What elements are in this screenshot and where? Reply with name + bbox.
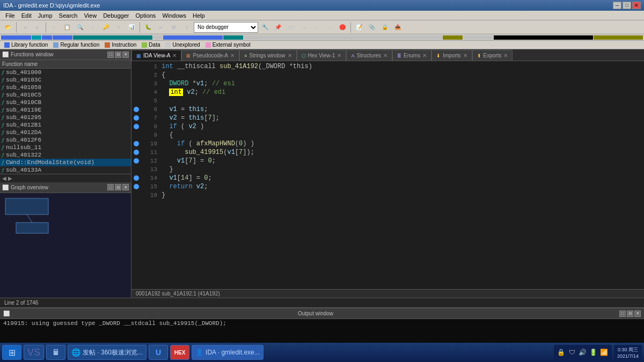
- tab-strings[interactable]: ≡ Strings window ✕: [239, 50, 297, 61]
- func-item-sub4012F6[interactable]: 𝑓 sub_4012F6: [0, 136, 131, 144]
- tb-btn-23[interactable]: 🔒: [379, 21, 391, 33]
- tab-enums[interactable]: ≣ Enums ✕: [392, 50, 431, 61]
- taskbar-vs[interactable]: VS: [24, 345, 44, 360]
- output-float-button[interactable]: □: [619, 311, 626, 317]
- tb-btn-20[interactable]: 🛑: [336, 21, 348, 33]
- code-view[interactable]: 1 int __thiscall sub_41A192(_DWORD *this…: [131, 61, 644, 289]
- func-item-sub401295[interactable]: 𝑓 sub_401295: [0, 114, 131, 121]
- func-label: sub_4010C5: [6, 92, 41, 98]
- func-item-sub401322[interactable]: 𝑓 sub_401322: [0, 151, 131, 159]
- tb-btn-10[interactable]: 🐛: [142, 21, 154, 33]
- func-item-sub4012B1[interactable]: 𝑓 sub_4012B1: [0, 121, 131, 129]
- line-dot-15: [134, 184, 139, 189]
- func-item-CWnd-EndModalState[interactable]: 𝑓 CWnd::EndModalState(void): [0, 159, 131, 166]
- tb-btn-19[interactable]: ⇨: [324, 21, 335, 33]
- tb-back-button[interactable]: ◀: [19, 21, 31, 33]
- tb-btn-22[interactable]: 📎: [366, 21, 378, 33]
- minimize-button[interactable]: ─: [613, 2, 621, 9]
- tb-btn-17[interactable]: ⟶: [298, 21, 310, 33]
- menu-view[interactable]: View: [80, 12, 100, 19]
- tb-separator-4: [350, 22, 351, 33]
- output-close-button[interactable]: ✕: [634, 311, 641, 317]
- tab-exports[interactable]: ⬆ Exports ✕: [472, 50, 513, 61]
- tb-btn-8[interactable]: ⚙: [113, 21, 125, 33]
- menu-debugger[interactable]: Debugger: [100, 12, 132, 19]
- tb-btn-15[interactable]: 📌: [272, 21, 284, 33]
- tb-btn-11[interactable]: ▶: [155, 21, 167, 33]
- func-item-sub4010CB[interactable]: 𝑓 sub_4010CB: [0, 99, 131, 106]
- functions-panel-header: ⬜ Functions window □ ⊟ ✕: [0, 49, 131, 60]
- tb-btn-6[interactable]: ✏: [87, 21, 99, 33]
- tab-strings-close[interactable]: ✕: [288, 53, 292, 58]
- legend-unexplored: Unexplored: [165, 42, 200, 48]
- tab-exports-close[interactable]: ✕: [503, 53, 508, 58]
- tb-btn-21[interactable]: 📝: [353, 21, 365, 33]
- func-item-sub401058[interactable]: 𝑓 sub_401058: [0, 84, 131, 91]
- tab-enums-close[interactable]: ✕: [422, 53, 427, 58]
- tb-btn-9[interactable]: 📊: [126, 21, 137, 33]
- tb-open-button[interactable]: 📂: [2, 21, 14, 33]
- status-strip: Line 2 of 1746: [0, 298, 644, 307]
- functions-close-button[interactable]: ✕: [122, 51, 129, 58]
- menu-edit[interactable]: Edit: [18, 12, 35, 19]
- function-list[interactable]: 𝑓 sub_401000 𝑓 sub_40103C 𝑓 sub_401058 𝑓…: [0, 69, 131, 174]
- functions-float-button[interactable]: □: [107, 51, 114, 58]
- graph-dock-button[interactable]: ⊟: [115, 184, 121, 190]
- tab-pseudocode-close[interactable]: ✕: [230, 53, 235, 58]
- tb-btn-7[interactable]: 🔑: [100, 21, 112, 33]
- graph-canvas: [0, 193, 131, 298]
- tb-forward-button[interactable]: ▶: [32, 21, 43, 33]
- menu-options[interactable]: Options: [132, 12, 159, 19]
- tab-structures[interactable]: A Structures ✕: [346, 50, 392, 61]
- graph-float-button[interactable]: □: [107, 184, 114, 190]
- output-dock-button[interactable]: ⊟: [627, 311, 633, 317]
- menu-help[interactable]: Help: [189, 12, 208, 19]
- tab-imports-close[interactable]: ✕: [463, 53, 467, 58]
- seg-unexplored2: [244, 35, 442, 40]
- tab-hex-view-close[interactable]: ✕: [337, 53, 341, 58]
- tab-hex-view[interactable]: ⬡ Hex View-1 ✕: [297, 50, 347, 61]
- taskbar-hex[interactable]: HEX: [170, 345, 189, 360]
- func-item-sub40103C[interactable]: 𝑓 sub_40103C: [0, 76, 131, 84]
- func-icon: 𝑓: [2, 100, 4, 106]
- menu-jump[interactable]: Jump: [35, 12, 56, 19]
- func-item-sub40119E[interactable]: 𝑓 sub_40119E: [0, 106, 131, 114]
- taskbar-ida[interactable]: 👤 IDA · gmledit.exe...: [192, 345, 264, 360]
- debugger-select[interactable]: No debugger: [194, 22, 258, 33]
- maximize-button[interactable]: □: [623, 2, 631, 9]
- close-button[interactable]: ✕: [632, 2, 641, 9]
- tb-btn-16[interactable]: 🗃: [285, 21, 297, 33]
- taskbar-u[interactable]: U: [149, 345, 168, 360]
- functions-dock-button[interactable]: ⊟: [115, 51, 121, 58]
- func-item-nullsub11[interactable]: 𝑓 nullsub_11: [0, 144, 131, 151]
- tb-btn-14[interactable]: 🔧: [259, 21, 271, 33]
- tb-btn-12[interactable]: ⏹: [168, 21, 180, 33]
- func-item-sub401000[interactable]: 𝑓 sub_401000: [0, 69, 131, 76]
- start-button[interactable]: ⊞: [2, 345, 21, 360]
- tray-icon-1: 🔒: [557, 348, 566, 357]
- tab-pseudocode[interactable]: ⊞ Pseudocode-A ✕: [181, 50, 239, 61]
- func-item-sub40133A[interactable]: 𝑓 sub_40133A: [0, 166, 131, 174]
- tab-imports[interactable]: ⬇ Imports ✕: [431, 50, 472, 61]
- tb-btn-4[interactable]: 📋: [61, 21, 73, 33]
- taskbar-calc[interactable]: 🖩: [46, 345, 65, 360]
- func-item-sub4012DA[interactable]: 𝑓 sub_4012DA: [0, 129, 131, 136]
- func-item-sub4010C5[interactable]: 𝑓 sub_4010C5: [0, 91, 131, 99]
- line-text-15: return v2;: [162, 183, 642, 190]
- tb-btn-5[interactable]: 🔍: [74, 21, 86, 33]
- func-label: CWnd::EndModalState(void): [6, 159, 94, 166]
- taskbar-browser[interactable]: 🌐 发帖 · 360极速浏览...: [68, 345, 147, 360]
- graph-close-button[interactable]: ✕: [122, 184, 129, 190]
- menu-windows[interactable]: Windows: [159, 12, 189, 19]
- menu-search[interactable]: Search: [56, 12, 81, 19]
- tab-structures-close[interactable]: ✕: [383, 53, 387, 58]
- tab-ida-view[interactable]: ▦ IDA View-A ✕: [131, 50, 181, 61]
- functions-panel-controls: □ ⊟ ✕: [107, 51, 129, 58]
- tb-btn-24[interactable]: 📤: [392, 21, 404, 33]
- tb-btn-13[interactable]: ⏸: [181, 21, 193, 33]
- tab-ida-view-close[interactable]: ✕: [172, 53, 177, 58]
- code-line-12: 12 v1[7] = 0;: [131, 157, 644, 165]
- tb-btn-3[interactable]: ⬇: [48, 21, 60, 33]
- menu-file[interactable]: File: [2, 12, 18, 19]
- tb-btn-18[interactable]: ⟵: [311, 21, 323, 33]
